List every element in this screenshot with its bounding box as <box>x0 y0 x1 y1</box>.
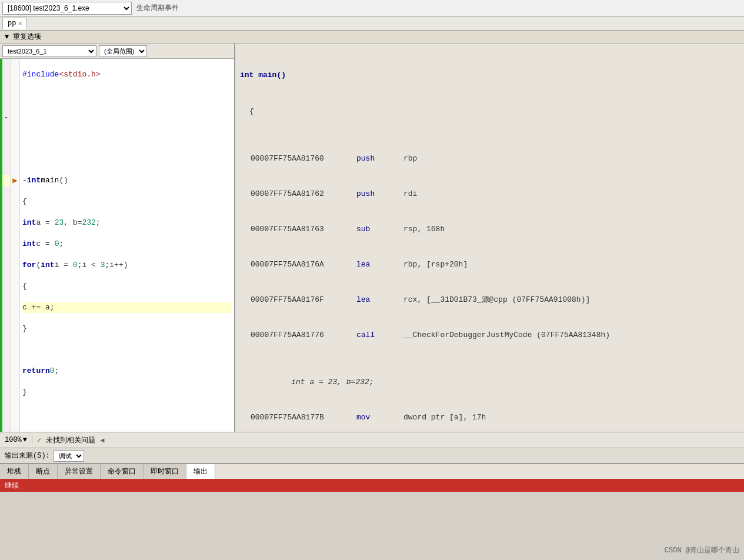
top-bar: [18600] test2023_6_1.exe 生命周期事件 <box>0 0 744 16</box>
output-source-selector[interactable]: 调试 <box>54 450 84 462</box>
source-line-for: for (int i = 0;i < 3;i++) <box>22 260 232 271</box>
mnem-push-1: push <box>356 153 392 165</box>
mnem-lea-1: lea <box>356 259 392 271</box>
lifecycle-tab[interactable]: 生命周期事件 <box>136 3 179 13</box>
disasm-area: int main() { 00007FF75AA81760 push rbp 0… <box>235 44 744 432</box>
source-line-1: #include <stdio.h> <box>22 69 232 80</box>
scope-range-selector[interactable]: (全局范围) <box>99 45 147 57</box>
no-arrow-1 <box>240 153 251 165</box>
source-line-blank1 <box>22 91 232 101</box>
code-area: - ▶ #include <s <box>0 59 234 432</box>
source-line-for-brace: { <box>22 281 232 292</box>
op-rdi: rdi <box>392 188 417 200</box>
op-mov-a-17: dword ptr [a], 17h <box>392 412 486 424</box>
source-lines: #include <stdio.h> -int main() { int a =… <box>20 59 234 432</box>
mnem-sub: sub <box>356 224 392 235</box>
output-tabs: 堆栈 断点 异常设置 命令窗口 即时窗口 输出 <box>0 464 744 479</box>
disasm-line-1776: 00007FF75AA81776 call __CheckForDebugger… <box>240 329 739 341</box>
disasm-line-1763: 00007FF75AA81763 sub rsp, 168h <box>240 224 739 235</box>
left-toolbar: test2023_6_1 (全局范围) <box>0 44 234 59</box>
source-line-blank3 <box>22 133 232 144</box>
no-arrow-5 <box>240 294 251 306</box>
watermark: CSDN @青山是哪个青山 <box>665 545 739 555</box>
bottom-toolbar: 输出来源(S): 调试 <box>0 448 744 464</box>
status-text: 未找到相关问题 <box>46 435 95 445</box>
addr-1763: 00007FF75AA81763 <box>251 224 356 235</box>
tab-close-icon[interactable]: ✕ <box>18 20 22 27</box>
repeat-select-label[interactable]: ▼ 重复选项 <box>5 32 41 42</box>
zoom-percent: 100% <box>5 436 22 444</box>
source-line-close-brace: } <box>22 387 232 398</box>
status-nav-prev[interactable]: ◀ <box>100 436 104 445</box>
op-call-check: __CheckForDebuggerJustMyCode (07FF75AA81… <box>392 329 610 341</box>
op-rbp: rbp <box>392 153 417 165</box>
source-tab[interactable]: pp ✕ <box>2 18 27 29</box>
op-sub-rsp: rsp, 168h <box>392 224 445 235</box>
tab-breakpoints[interactable]: 断点 <box>29 464 58 479</box>
disasm-func-header: int main() <box>240 69 739 81</box>
disasm-source-int-a: int a = 23, b=232; <box>240 376 739 388</box>
source-line-blank4 <box>22 154 232 165</box>
addr-1762: 00007FF75AA81762 <box>251 188 356 200</box>
mnem-push-2: push <box>356 188 392 200</box>
tab-label: pp <box>8 19 16 28</box>
no-arrow-3 <box>240 224 251 235</box>
zoom-down-icon[interactable]: ▼ <box>23 436 27 444</box>
tab-bar: pp ✕ <box>0 16 744 31</box>
tab-command[interactable]: 命令窗口 <box>101 464 144 479</box>
output-source-label: 输出来源(S): <box>5 451 50 461</box>
process-selector[interactable]: [18600] test2023_6_1.exe <box>2 2 132 15</box>
current-line-arrow: ▶ <box>11 175 19 186</box>
status-bar: 100% ▼ ✓ 未找到相关问题 ◀ <box>0 432 744 448</box>
mnem-mov-1: mov <box>356 412 392 424</box>
no-arrow-2 <box>240 188 251 200</box>
disasm-line-1762: 00007FF75AA81762 push rdi <box>240 188 739 200</box>
tab-output[interactable]: 输出 <box>186 464 215 479</box>
repeat-select-bar: ▼ 重复选项 <box>0 31 744 44</box>
addr-1760: 00007FF75AA81760 <box>251 153 356 165</box>
source-line-return: return 0; <box>22 366 232 376</box>
addr-177B: 00007FF75AA8177B <box>251 412 356 424</box>
bottom-bar: 继续 <box>0 479 744 492</box>
disasm-line-176F: 00007FF75AA8176F lea rcx, [__31D01B73_源@… <box>240 294 739 306</box>
addr-176A: 00007FF75AA8176A <box>251 259 356 271</box>
fold-minus-main[interactable]: - <box>2 112 10 122</box>
left-panel: test2023_6_1 (全局范围) - <box>0 44 235 432</box>
tab-immediate[interactable]: 即时窗口 <box>144 464 186 479</box>
source-line-int-c: int c = 0; <box>22 239 232 249</box>
no-arrow-6 <box>240 329 251 341</box>
source-line-blank2 <box>22 112 232 122</box>
no-arrow-7 <box>240 412 251 424</box>
tab-stack[interactable]: 堆栈 <box>0 464 29 479</box>
debug-continue[interactable]: 继续 <box>5 481 19 491</box>
source-line-blank5 <box>22 345 232 355</box>
tab-exceptions[interactable]: 异常设置 <box>58 464 101 479</box>
disasm-line-177B: 00007FF75AA8177B mov dword ptr [a], 17h <box>240 412 739 424</box>
fold-gutter: - <box>2 59 11 432</box>
disasm-line-1760: 00007FF75AA81760 push rbp <box>240 153 739 165</box>
no-arrow-4 <box>240 259 251 271</box>
mnem-call: call <box>356 329 392 341</box>
op-lea-rcx: rcx, [__31D01B73_源@cpp (07FF75AA91008h)] <box>392 294 590 306</box>
mnem-lea-2: lea <box>356 294 392 306</box>
main-area: test2023_6_1 (全局范围) - <box>0 44 744 432</box>
disasm-open-brace: { <box>240 106 739 118</box>
source-line-open-brace: { <box>22 196 232 207</box>
source-line-c-plus-a: c += a; <box>22 302 232 313</box>
right-panel: int main() { 00007FF75AA81760 push rbp 0… <box>235 44 744 432</box>
addr-1776: 00007FF75AA81776 <box>251 329 356 341</box>
zoom-control[interactable]: 100% ▼ <box>5 436 32 444</box>
disasm-line-176A: 00007FF75AA8176A lea rbp, [rsp+20h] <box>240 259 739 271</box>
addr-176F: 00007FF75AA8176F <box>251 294 356 306</box>
source-line-for-close: } <box>22 324 232 334</box>
status-icon: ✓ <box>37 436 41 445</box>
scope-selector[interactable]: test2023_6_1 <box>2 45 96 57</box>
breakpoint-gutter: ▶ <box>11 59 20 432</box>
source-line-int-a: int a = 23, b=232; <box>22 218 232 228</box>
op-lea-rbp: rbp, [rsp+20h] <box>392 259 468 271</box>
source-line-main: -int main() <box>22 175 232 186</box>
